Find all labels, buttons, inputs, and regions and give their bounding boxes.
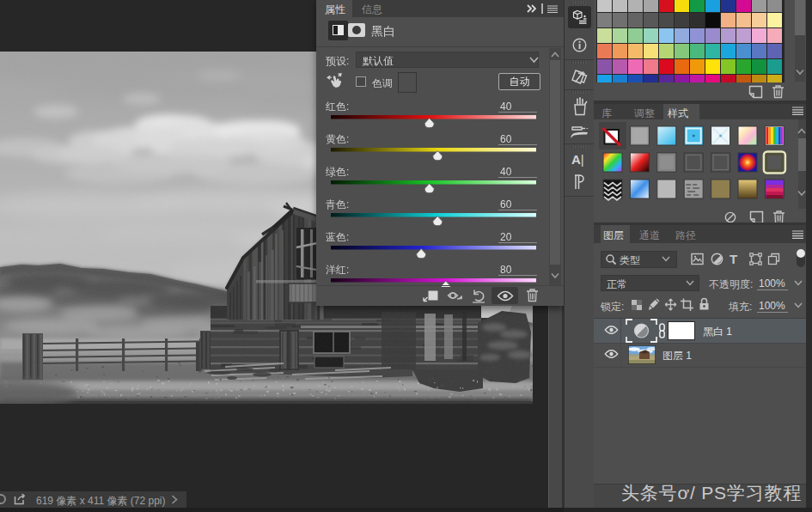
svg-text:60: 60 bbox=[500, 198, 512, 210]
svg-text:20: 20 bbox=[500, 231, 512, 243]
svg-text:40: 40 bbox=[500, 166, 512, 178]
svg-text:洋红:: 洋红: bbox=[326, 264, 349, 276]
svg-text:红色:: 红色: bbox=[325, 101, 349, 113]
svg-text:绿色:: 绿色: bbox=[326, 166, 349, 178]
svg-text:60: 60 bbox=[500, 133, 512, 145]
svg-text:青色:: 青色: bbox=[326, 198, 349, 210]
svg-text:黄色:: 黄色: bbox=[326, 133, 349, 145]
svg-text:80: 80 bbox=[500, 264, 512, 276]
svg-text:蓝色:: 蓝色: bbox=[326, 231, 349, 243]
svg-text:40: 40 bbox=[500, 101, 512, 113]
